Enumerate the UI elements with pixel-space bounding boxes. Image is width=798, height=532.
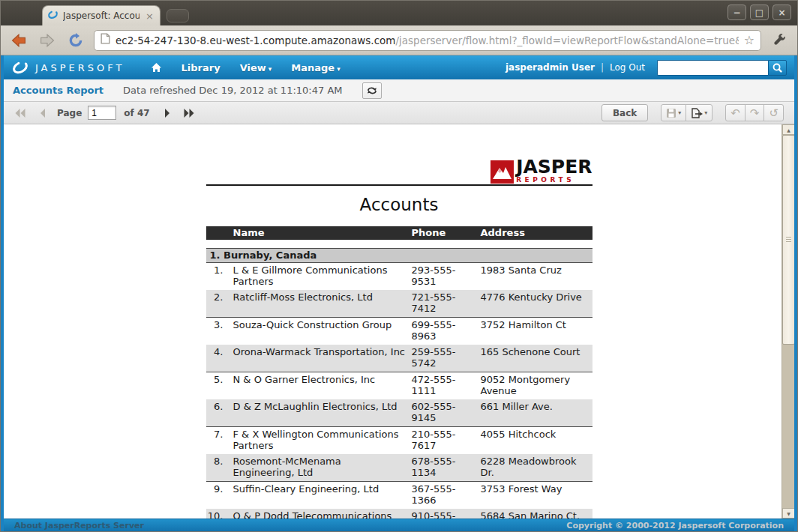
chevron-down-icon: ▾ — [268, 65, 272, 73]
cell-phone: 367-555-1366 — [412, 482, 481, 509]
cell-phone: 699-555-8963 — [412, 318, 481, 345]
window-maximize-button[interactable]: □ — [750, 4, 769, 20]
search-input[interactable] — [657, 60, 768, 76]
save-report-button[interactable]: ▾ — [661, 104, 686, 121]
browser-window: Jaspersoft: Accounts Re × − □ × ec2-54-2… — [0, 0, 798, 532]
menu-item-manage[interactable]: Manage▾ — [291, 62, 340, 73]
cell-address: 661 Miller Ave. — [481, 399, 592, 426]
back-nav-icon[interactable] — [8, 30, 29, 51]
table-row: 2.Ratcliff-Moss Electronics, Ltd721-555-… — [206, 290, 592, 318]
scroll-up-icon[interactable]: ▲ — [782, 124, 794, 135]
cell-phone: 721-555-7412 — [412, 290, 481, 317]
menu-item-view[interactable]: View▾ — [240, 62, 272, 73]
cell-number: 2. — [206, 290, 229, 317]
menu-label: Manage — [291, 62, 334, 73]
url-host: ec2-54-247-130-8.eu-west-1.compute.amazo… — [116, 34, 395, 46]
table-row: 6.D & Z McLaughlin Electronics, Ltd602-5… — [206, 399, 592, 427]
cell-number: 10. — [206, 509, 229, 519]
cell-name: L & E Gillmore Communications Partners — [229, 263, 412, 290]
tab-title: Jaspersoft: Accounts Re — [63, 10, 140, 21]
previous-page-icon[interactable] — [38, 108, 46, 118]
cell-number: 3. — [206, 318, 229, 345]
cell-phone: 259-555-5742 — [412, 345, 481, 372]
url-path: /jasperserver/flow.html?_flowId=viewRepo… — [395, 34, 738, 46]
undo-button[interactable]: ↶ — [725, 104, 746, 121]
menu-label: Library — [182, 62, 220, 73]
reload-icon[interactable] — [65, 30, 86, 51]
bookmark-star-icon[interactable]: ☆ — [744, 33, 754, 47]
cell-name: Suffin-Cleary Engineering, Ltd — [229, 482, 412, 509]
copyright-text: Copyright © 2000-2012 Jaspersoft Corpora… — [566, 521, 784, 531]
logo-text-reports: REPORTS — [516, 177, 592, 184]
header-cell-address: Address — [481, 226, 592, 240]
revert-icon: ↺ — [769, 106, 778, 120]
page-icon — [100, 33, 110, 47]
table-row: 4.Orona-Warmack Transportation, Inc259-5… — [206, 345, 592, 372]
report-info-bar: Accounts Report Data refreshed Dec 19, 2… — [4, 79, 794, 102]
scrollbar-grip — [786, 237, 791, 242]
cell-number: 4. — [206, 345, 229, 372]
scroll-down-icon[interactable]: ▼ — [782, 508, 794, 519]
save-icon — [666, 108, 676, 118]
first-page-icon[interactable] — [14, 108, 27, 118]
table-row: 1.L & E Gillmore Communications Partners… — [206, 263, 592, 290]
cell-name: Souza-Quick Construction Group — [229, 318, 412, 345]
home-menu-item[interactable] — [151, 62, 162, 73]
next-page-icon[interactable] — [164, 108, 172, 118]
cell-phone: 210-555-7617 — [412, 427, 481, 454]
redo-button[interactable]: ↷ — [745, 104, 765, 121]
cell-number: 9. — [206, 482, 229, 509]
cell-number: 6. — [206, 399, 229, 426]
browser-tab[interactable]: Jaspersoft: Accounts Re × — [42, 5, 160, 25]
scrollbar-thumb[interactable] — [782, 135, 794, 345]
export-report-button[interactable]: ▾ — [686, 104, 712, 121]
forward-nav-icon[interactable] — [37, 30, 58, 51]
header-cell-empty — [206, 226, 229, 240]
logout-link[interactable]: Log Out — [610, 62, 645, 73]
header-cell-phone: Phone — [412, 226, 481, 240]
brand-name: JASPERSOFT — [35, 62, 125, 73]
last-page-icon[interactable] — [183, 108, 196, 118]
cell-address: 9052 Montgomery Avenue — [481, 372, 592, 399]
chevron-down-icon: ▾ — [337, 65, 340, 73]
url-bar[interactable]: ec2-54-247-130-8.eu-west-1.compute.amazo… — [94, 30, 761, 51]
cell-address: 1983 Santa Cruz — [481, 263, 592, 290]
about-link[interactable]: About JasperReports Server — [14, 521, 144, 531]
refresh-report-button[interactable] — [362, 82, 382, 99]
cell-phone: 678-555-1134 — [412, 454, 481, 481]
back-button[interactable]: Back — [602, 104, 648, 121]
home-icon — [151, 62, 162, 73]
cell-phone: 293-555-9531 — [412, 263, 481, 290]
undo-all-button[interactable]: ↺ — [764, 104, 784, 121]
jaspersoft-favicon-icon — [47, 9, 58, 23]
redo-icon: ↷ — [750, 106, 760, 120]
cell-name: F & X Wellington Communications Partners — [229, 427, 412, 454]
vertical-scrollbar[interactable]: ▲ ▼ — [782, 124, 794, 519]
page-footer: About JasperReports Server Copyright © 2… — [4, 519, 794, 531]
table-row: 8.Rosemont-McMenama Engineering, Ltd678-… — [206, 454, 592, 482]
cell-name: N & O Garner Electronics, Inc — [229, 372, 412, 399]
tab-close-icon[interactable]: × — [144, 11, 155, 21]
page-label: Page — [57, 108, 82, 118]
main-navbar: JASPERSOFT Library View▾ Manage▾ jaspera… — [4, 55, 794, 79]
window-minimize-button[interactable]: − — [728, 4, 746, 20]
menu-item-library[interactable]: Library — [182, 62, 220, 73]
report-name-link[interactable]: Accounts Report — [13, 85, 104, 96]
report-page: JASPER REPORTS Accounts Name Phone Addre… — [206, 157, 592, 519]
jaspersoft-logo[interactable]: JASPERSOFT — [11, 60, 125, 75]
wrench-menu-icon[interactable] — [769, 30, 790, 51]
cell-name: Q & P Dodd Telecommunications Company — [229, 509, 412, 519]
export-icon — [691, 108, 703, 118]
search-button[interactable] — [768, 60, 787, 76]
window-close-button[interactable]: × — [772, 4, 791, 20]
cell-number: 7. — [206, 427, 229, 454]
cell-address: 5684 San Marino Ct. — [481, 509, 592, 519]
cell-address: 4776 Kentucky Drive — [481, 290, 592, 317]
cell-phone: 910-555-8441 — [412, 509, 481, 519]
page-number-input[interactable] — [88, 106, 116, 120]
cell-number: 8. — [206, 454, 229, 481]
new-tab-button[interactable] — [166, 9, 189, 22]
table-row: 9.Suffin-Cleary Engineering, Ltd367-555-… — [206, 482, 592, 509]
search-icon — [772, 62, 783, 73]
pagination-toolbar: Page of 47 Back ▾ ▾ ↶ — [4, 102, 794, 124]
